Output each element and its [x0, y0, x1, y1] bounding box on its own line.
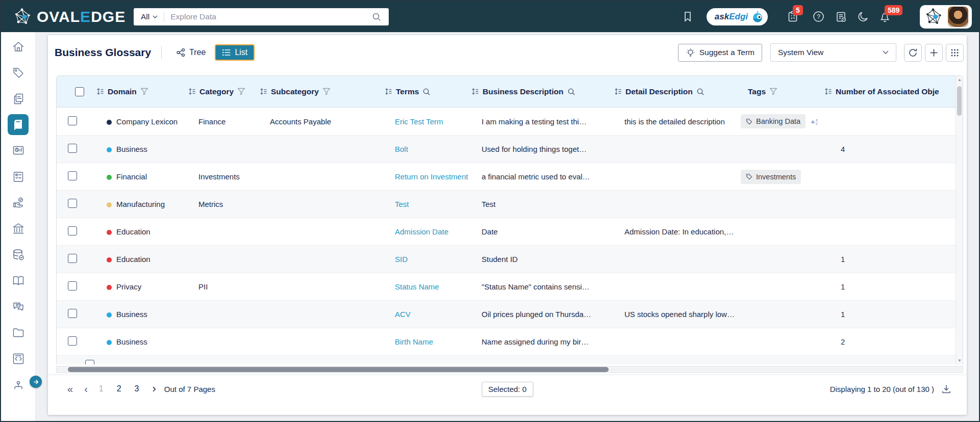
- sidebar-item-knowledge[interactable]: [8, 270, 29, 291]
- sort-icon[interactable]: [188, 88, 196, 95]
- page-number-2[interactable]: 2: [117, 384, 121, 393]
- sort-icon[interactable]: [96, 88, 104, 95]
- row-checkbox[interactable]: [68, 254, 77, 263]
- cell-term-link[interactable]: SID: [378, 255, 464, 263]
- row-checkbox[interactable]: [85, 360, 94, 364]
- cell-term-link[interactable]: Bolt: [378, 145, 464, 153]
- sidebar-item-data-catalog[interactable]: [8, 88, 29, 109]
- column-header-detail-description[interactable]: Detail Description: [607, 87, 741, 96]
- row-checkbox[interactable]: [68, 309, 77, 318]
- row-checkbox[interactable]: [68, 116, 77, 125]
- column-search-icon[interactable]: [567, 88, 575, 96]
- sidebar-item-lineage[interactable]: [8, 374, 29, 395]
- view-select-dropdown[interactable]: System View: [770, 43, 896, 62]
- sidebar-item-business-glossary[interactable]: [8, 114, 29, 135]
- cell-term-link[interactable]: Status Name: [378, 282, 464, 291]
- table-row[interactable]: Company LexiconFinanceAccounts PayableEr…: [57, 108, 963, 135]
- cell-term-link[interactable]: Birth Name: [378, 337, 464, 346]
- cell-term-link[interactable]: Return on Investment: [378, 172, 464, 181]
- user-avatar[interactable]: [948, 7, 968, 27]
- next-page-button[interactable]: ›: [153, 383, 156, 394]
- add-button[interactable]: [925, 44, 943, 62]
- column-header-domain[interactable]: Domain: [89, 87, 181, 96]
- column-header-business-description[interactable]: Business Description: [464, 87, 607, 96]
- sidebar-item-data-literacy[interactable]: [8, 192, 29, 213]
- prev-page-button[interactable]: ‹: [84, 384, 88, 394]
- horizontal-scrollbar[interactable]: [56, 366, 963, 373]
- filter-funnel-icon[interactable]: [769, 88, 777, 95]
- notifications-bell-icon[interactable]: 589: [878, 10, 891, 23]
- tag-pill[interactable]: Banking Data: [741, 114, 806, 128]
- profile-menu[interactable]: [920, 5, 972, 29]
- tree-view-toggle[interactable]: Tree: [171, 45, 211, 60]
- column-header-category[interactable]: Category: [181, 87, 253, 96]
- table-row[interactable]: BusinessBoltUsed for holding things toge…: [57, 135, 963, 163]
- search-input[interactable]: Explore Data: [170, 12, 371, 21]
- scroll-up-icon[interactable]: ▲: [956, 77, 963, 82]
- tag-pill[interactable]: Investments: [741, 170, 801, 184]
- horizontal-scroll-thumb[interactable]: [68, 367, 609, 372]
- ask-edgi-button[interactable]: askEdgi: [707, 8, 768, 25]
- cell-term-link[interactable]: Test: [378, 200, 464, 208]
- cell-term-link[interactable]: Eric Test Term: [378, 117, 464, 126]
- sidebar-item-governance[interactable]: [8, 218, 29, 239]
- tasks-clipboard-icon[interactable]: 5: [786, 10, 799, 23]
- sidebar-item-reports[interactable]: [8, 140, 29, 161]
- suggest-term-button[interactable]: Suggest a Term: [678, 44, 762, 62]
- row-checkbox[interactable]: [68, 199, 77, 208]
- dark-mode-moon-icon[interactable]: [857, 10, 870, 23]
- row-checkbox[interactable]: [68, 281, 77, 291]
- brand[interactable]: OVALEDGE: [12, 7, 125, 27]
- search-scope-dropdown[interactable]: All: [134, 12, 158, 21]
- table-row[interactable]: PrivacyPIIStatus Name"Status Name" conta…: [57, 273, 963, 300]
- sidebar-expand-button[interactable]: [30, 376, 42, 388]
- sort-icon[interactable]: [614, 88, 622, 95]
- column-header-terms[interactable]: Terms: [378, 87, 464, 96]
- row-checkbox[interactable]: [68, 144, 77, 153]
- global-search[interactable]: All Explore Data: [134, 8, 389, 25]
- sidebar-item-projects[interactable]: [8, 166, 29, 187]
- table-row[interactable]: EducationAdmission DateDateAdmission Dat…: [57, 218, 963, 245]
- sort-icon[interactable]: [824, 88, 832, 95]
- select-all-checkbox[interactable]: [75, 87, 84, 96]
- sort-icon[interactable]: [385, 88, 392, 95]
- column-header-subcategory[interactable]: Subcategory: [253, 87, 378, 96]
- table-row[interactable]: BusinessBirth NameName assigned during m…: [57, 328, 963, 355]
- sidebar-item-file-explorer[interactable]: [8, 322, 29, 343]
- download-icon[interactable]: [941, 384, 951, 394]
- row-checkbox[interactable]: [68, 336, 77, 346]
- sidebar-item-query-sheet[interactable]: [8, 348, 29, 369]
- page-number-1[interactable]: 1: [99, 384, 104, 393]
- sidebar-item-tags[interactable]: [8, 62, 29, 83]
- column-search-icon[interactable]: [696, 88, 705, 96]
- table-row[interactable]: BusinessACVOil prices plunged on Thursda…: [57, 300, 963, 328]
- filter-funnel-icon[interactable]: [322, 88, 331, 95]
- row-checkbox[interactable]: [68, 226, 77, 235]
- bookmark-icon[interactable]: [681, 10, 694, 23]
- nine-dots-grid-button[interactable]: [946, 44, 964, 62]
- table-row[interactable]: FinancialInvestmentsReturn on Investment…: [57, 163, 963, 190]
- cell-term-link[interactable]: Admission Date: [378, 227, 464, 236]
- list-view-toggle[interactable]: List: [215, 44, 255, 61]
- sidebar-item-data-quality[interactable]: [8, 244, 29, 265]
- help-icon[interactable]: ?: [812, 10, 825, 23]
- page-number-3[interactable]: 3: [135, 384, 139, 393]
- filter-funnel-icon[interactable]: [140, 88, 148, 95]
- column-header-number-of-associated-obje[interactable]: Number of Associated Obje: [817, 87, 963, 96]
- table-row[interactable]: EducationSIDStudent ID1: [57, 245, 963, 273]
- column-header-tags[interactable]: Tags: [741, 87, 817, 96]
- cell-term-link[interactable]: ACV: [378, 310, 464, 319]
- search-icon[interactable]: [371, 12, 382, 22]
- row-checkbox[interactable]: [68, 171, 77, 180]
- sidebar-item-home[interactable]: [8, 36, 29, 57]
- more-tags-link[interactable]: +1: [811, 117, 817, 126]
- vertical-scroll-thumb[interactable]: [957, 86, 962, 116]
- first-page-button[interactable]: «: [67, 384, 73, 394]
- release-notes-icon[interactable]: [835, 10, 848, 23]
- sidebar-item-collaboration[interactable]: [8, 296, 29, 317]
- table-row[interactable]: ManufacturingMetricsTestTest: [57, 190, 963, 218]
- filter-funnel-icon[interactable]: [237, 88, 245, 95]
- vertical-scrollbar[interactable]: ▲ ▼: [956, 76, 963, 364]
- sort-icon[interactable]: [471, 88, 479, 95]
- sort-icon[interactable]: [260, 88, 267, 95]
